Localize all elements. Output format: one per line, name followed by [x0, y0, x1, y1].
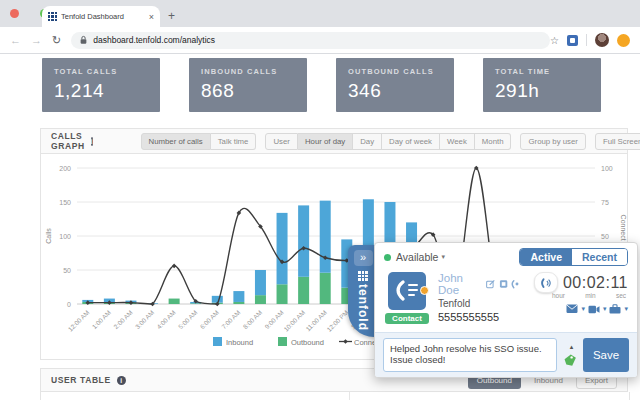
svg-text:75: 75 [601, 199, 609, 206]
svg-text:1:00 AM: 1:00 AM [91, 309, 113, 331]
stat-card-total-time: TOTAL TIME 291h [483, 58, 601, 112]
briefcase-icon[interactable] [609, 304, 621, 314]
number-of-calls-button[interactable]: Number of calls [141, 133, 211, 150]
svg-text:3:00 AM: 3:00 AM [134, 309, 156, 331]
new-tab-button[interactable]: + [168, 6, 175, 26]
message-icon[interactable] [566, 304, 578, 314]
address-bar-row: ← → ↻ dashboard.tenfold.com/analytics ☆ [0, 27, 640, 54]
month-button[interactable]: Month [475, 133, 512, 150]
save-note-button[interactable]: Save [583, 338, 629, 372]
call-note-input[interactable]: Helped John resolve his SSO issue. Issue… [383, 338, 557, 372]
profile-avatar[interactable] [595, 33, 609, 47]
call-note-section: Helped John resolve his SSO issue. Issue… [375, 332, 637, 377]
forward-icon[interactable]: → [31, 34, 42, 46]
stat-card-inbound-calls: INBOUND CALLS 868 [189, 58, 307, 112]
contact-avatar-column: Contact [384, 272, 430, 330]
stat-value: 868 [201, 80, 295, 102]
separator [586, 34, 587, 46]
tenfold-logo-icon [358, 271, 368, 281]
group-by-user-button[interactable]: Group by user [520, 133, 585, 150]
timer-units: hour min sec [552, 292, 628, 299]
user-table-body [40, 392, 630, 400]
stat-card-total-calls: TOTAL CALLS 1,214 [42, 58, 160, 112]
stat-label: TOTAL CALLS [54, 67, 148, 76]
day-of-week-button[interactable]: Day of week [382, 133, 440, 150]
svg-text:2:00 AM: 2:00 AM [112, 309, 134, 331]
briefcase-caret-down-icon[interactable]: ▾ [624, 305, 628, 313]
svg-text:50: 50 [601, 233, 609, 240]
address-bar[interactable]: dashboard.tenfold.com/analytics [71, 32, 550, 49]
svg-text:150: 150 [59, 199, 71, 206]
tenfold-call-widget: » tenfold Available ▾ Active Recent [348, 242, 640, 382]
bookmark-star-icon[interactable]: ☆ [550, 35, 559, 46]
contact-info: John Doe Te [438, 272, 520, 330]
svg-text:100: 100 [59, 233, 71, 240]
collapse-widget-icon[interactable]: » [354, 250, 373, 266]
info-icon[interactable]: i [117, 376, 126, 385]
contact-avatar [388, 272, 426, 310]
svg-text:Inbound: Inbound [226, 338, 253, 347]
brand-name: tenfold [356, 284, 370, 331]
user-button[interactable]: User [265, 133, 297, 150]
tab-recent[interactable]: Recent [572, 249, 627, 265]
minimize-window-button[interactable] [25, 9, 34, 18]
address-bar-actions: ☆ [550, 33, 630, 47]
open-record-icon[interactable] [499, 279, 508, 289]
hour-of-day-button[interactable]: Hour of day [298, 133, 353, 150]
stat-label: OUTBOUND CALLS [348, 67, 442, 76]
full-screen-button[interactable]: Full Screen [595, 133, 640, 150]
status-caret-down-icon[interactable]: ▾ [441, 253, 445, 261]
available-status-dot [384, 254, 391, 261]
svg-text:Outbound: Outbound [291, 338, 324, 347]
call-settings-icon[interactable] [511, 279, 520, 289]
tab-close-icon[interactable]: × [149, 12, 154, 22]
stat-label: INBOUND CALLS [201, 67, 295, 76]
collapse-caret-up-icon[interactable]: ▴ [570, 343, 574, 351]
svg-text:100: 100 [601, 165, 613, 172]
camera-icon[interactable] [588, 305, 600, 314]
call-timer: 00:02:11 [563, 274, 628, 292]
tenfold-favicon-icon [48, 12, 57, 21]
back-icon[interactable]: ← [10, 34, 21, 46]
svg-text:10:00 AM: 10:00 AM [282, 309, 306, 333]
svg-text:4:00 AM: 4:00 AM [155, 309, 177, 331]
unit-min: min [585, 292, 595, 299]
browser-tab[interactable]: Tenfold Dashboard × [42, 6, 160, 27]
tab-title: Tenfold Dashboard [61, 12, 146, 21]
tag-icon[interactable] [563, 353, 577, 367]
week-button[interactable]: Week [440, 133, 475, 150]
widget-card: Available ▾ Active Recent [374, 242, 638, 378]
reload-icon[interactable]: ↻ [52, 34, 61, 47]
tab-active[interactable]: Active [520, 249, 572, 265]
account-menu-icon[interactable] [617, 34, 630, 47]
stat-cards-row: TOTAL CALLS 1,214 INBOUND CALLS 868 OUTB… [42, 58, 601, 112]
group-by-user-group: Group by user [520, 133, 585, 150]
svg-text:6:00 AM: 6:00 AM [198, 309, 220, 331]
stat-value: 1,214 [54, 80, 148, 102]
widget-tabs: Active Recent [519, 248, 628, 266]
svg-text:200: 200 [59, 165, 71, 172]
calls-graph-header: CALLS GRAPH i Number of calls Talk time … [41, 129, 627, 154]
extension-icon[interactable] [567, 35, 578, 46]
svg-text:0: 0 [67, 301, 71, 308]
period-toggle-group: User Hour of day Day Day of week Week Mo… [265, 133, 511, 150]
close-window-button[interactable] [10, 9, 19, 18]
contact-phone-number: 5555555555 [438, 311, 520, 323]
talk-time-button[interactable]: Talk time [211, 133, 257, 150]
contact-badge: Contact [385, 313, 429, 324]
message-caret-down-icon[interactable]: ▾ [581, 305, 585, 313]
stat-label: TOTAL TIME [495, 67, 589, 76]
svg-text:Calls: Calls [45, 228, 52, 244]
edit-icon[interactable] [486, 279, 495, 289]
stat-card-outbound-calls: OUTBOUND CALLS 346 [336, 58, 454, 112]
info-icon[interactable]: i [91, 137, 93, 146]
contact-company: Tenfold [438, 298, 520, 309]
user-table-title: USER TABLE [51, 375, 111, 385]
browser-tab-strip: Tenfold Dashboard × + [0, 0, 640, 27]
widget-header: Available ▾ Active Recent [375, 243, 637, 269]
day-button[interactable]: Day [353, 133, 382, 150]
camera-caret-down-icon[interactable]: ▾ [603, 305, 607, 313]
contact-name: John Doe [438, 272, 483, 296]
svg-text:7:00 AM: 7:00 AM [220, 309, 242, 331]
call-action-icons: ▾ ▾ ▾ [566, 304, 628, 314]
